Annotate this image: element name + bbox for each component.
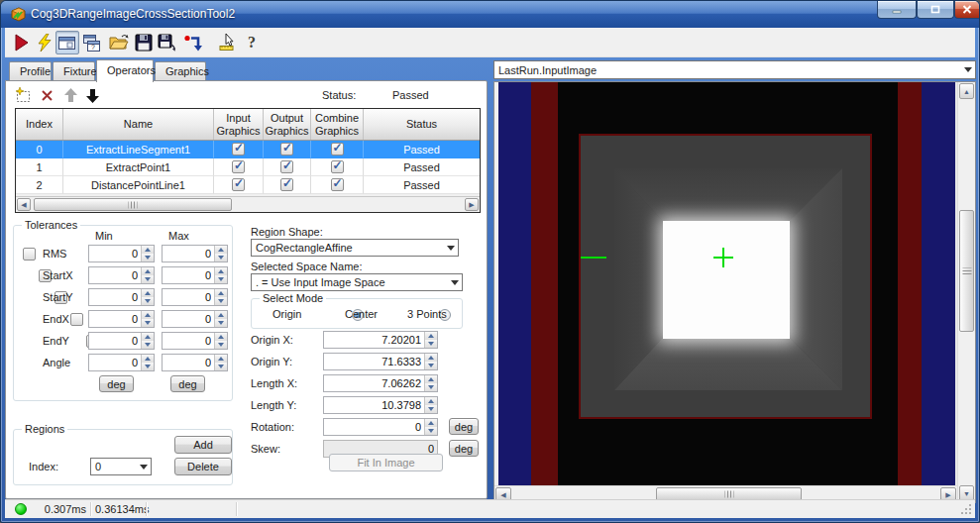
combine-graphics-checkbox[interactable]	[331, 160, 344, 173]
spin-up[interactable]	[142, 311, 154, 319]
add-operator-button[interactable]	[13, 86, 33, 104]
rotation-deg-button[interactable]: deg	[449, 418, 479, 435]
scroll-left-button[interactable]: ◀	[17, 198, 31, 211]
spin-down[interactable]	[425, 405, 437, 413]
spin-down[interactable]	[215, 254, 227, 262]
rotation-input[interactable]	[324, 419, 424, 435]
max-deg-button[interactable]: deg	[170, 375, 205, 392]
endx-checkbox[interactable]	[70, 313, 83, 326]
resize-grip[interactable]	[961, 503, 972, 516]
delete-operator-button[interactable]	[37, 86, 56, 104]
fit-in-image-button[interactable]: Fit In Image	[329, 454, 443, 471]
input-graphics-checkbox[interactable]	[232, 178, 245, 191]
minimize-button[interactable]	[877, 1, 917, 19]
float-result-display-button[interactable]: ?	[78, 31, 102, 54]
move-up-button[interactable]	[60, 86, 80, 104]
spin-down[interactable]	[215, 297, 227, 305]
table-row[interactable]: 2 DistancePointLine1 Passed	[16, 176, 480, 194]
title-bar[interactable]: Cog3DRangeImageCrossSectionTool2	[1, 1, 979, 28]
starty-min-input[interactable]	[89, 289, 141, 305]
maximize-button[interactable]	[917, 1, 954, 19]
col-status[interactable]: Status	[364, 109, 480, 140]
spin-down[interactable]	[215, 275, 227, 283]
tab-graphics[interactable]: Graphics	[155, 61, 206, 81]
length-y-input[interactable]	[324, 397, 424, 413]
tab-profile[interactable]: Profile	[9, 61, 52, 81]
startx-max-input[interactable]	[163, 267, 214, 283]
run-button[interactable]	[9, 31, 33, 54]
table-row[interactable]: 0 ExtractLineSegment1 Passed	[16, 141, 480, 158]
min-deg-button[interactable]: deg	[99, 375, 134, 392]
endy-max-input[interactable]	[163, 333, 214, 349]
run-lightning-button[interactable]	[33, 31, 56, 54]
rms-min-input[interactable]	[89, 246, 141, 262]
spin-up[interactable]	[425, 332, 437, 340]
display-selector-combo[interactable]: LastRun.InputImage	[493, 60, 976, 79]
output-graphics-checkbox[interactable]	[280, 143, 293, 156]
output-graphics-checkbox[interactable]	[280, 160, 293, 173]
region-outline-rect[interactable]	[579, 134, 872, 419]
delete-region-button[interactable]: Delete	[174, 458, 232, 475]
spin-up[interactable]	[425, 375, 437, 383]
origin-y-input[interactable]	[324, 354, 424, 369]
col-name[interactable]: Name	[63, 109, 214, 140]
col-combine-graphics[interactable]: CombineGraphics	[311, 109, 364, 140]
scroll-thumb[interactable]	[959, 210, 974, 332]
spin-down[interactable]	[142, 254, 154, 262]
save-file-as-button[interactable]	[156, 31, 179, 54]
scroll-up-button[interactable]: ▲	[959, 83, 974, 99]
spin-up[interactable]	[142, 267, 154, 275]
line-segment-marker[interactable]	[581, 257, 606, 259]
angle-min-input[interactable]	[89, 355, 141, 370]
move-down-button[interactable]	[82, 86, 102, 104]
table-row[interactable]: 1 ExtractPoint1 Passed	[16, 158, 480, 176]
combine-graphics-checkbox[interactable]	[331, 178, 344, 191]
spin-down[interactable]	[142, 363, 154, 370]
col-input-graphics[interactable]: InputGraphics	[214, 109, 264, 140]
spin-up[interactable]	[142, 246, 154, 254]
reset-button[interactable]	[180, 31, 204, 54]
save-file-button[interactable]	[132, 31, 156, 54]
spin-up[interactable]	[425, 419, 437, 427]
spin-up[interactable]	[215, 333, 227, 341]
endy-min-input[interactable]	[89, 333, 141, 349]
col-output-graphics[interactable]: OutputGraphics	[264, 109, 311, 140]
skew-deg-button[interactable]: deg	[449, 440, 479, 457]
spin-up[interactable]	[215, 246, 227, 254]
spin-up[interactable]	[142, 355, 154, 363]
input-graphics-checkbox[interactable]	[232, 143, 245, 156]
close-button[interactable]	[954, 1, 980, 19]
starty-max-input[interactable]	[163, 289, 214, 305]
length-x-input[interactable]	[324, 375, 424, 391]
spin-down[interactable]	[142, 341, 154, 349]
scroll-thumb[interactable]	[34, 198, 232, 211]
rms-checkbox[interactable]	[23, 248, 36, 261]
spin-down[interactable]	[425, 427, 437, 435]
range-image-display[interactable]	[494, 82, 957, 485]
spin-down[interactable]	[215, 341, 227, 349]
spin-up[interactable]	[215, 311, 227, 319]
spin-up[interactable]	[215, 355, 227, 363]
output-graphics-checkbox[interactable]	[280, 178, 293, 191]
spin-up[interactable]	[215, 267, 227, 275]
spin-down[interactable]	[142, 319, 154, 327]
origin-x-input[interactable]	[324, 332, 424, 348]
spin-up[interactable]	[142, 333, 154, 341]
spin-up[interactable]	[425, 397, 437, 405]
region-shape-combo[interactable]: CogRectangleAffine	[251, 239, 459, 257]
input-graphics-checkbox[interactable]	[232, 160, 245, 173]
spin-down[interactable]	[142, 297, 154, 305]
region-index-combo[interactable]: 0	[90, 458, 152, 475]
spin-up[interactable]	[215, 289, 227, 297]
cross-marker-v[interactable]	[722, 248, 724, 267]
spin-down[interactable]	[425, 383, 437, 391]
pointer-tool-button[interactable]	[215, 31, 239, 54]
col-index[interactable]: Index	[16, 109, 63, 140]
tab-operators[interactable]: Operators	[96, 59, 154, 82]
spin-down[interactable]	[425, 340, 437, 348]
spin-down[interactable]	[425, 362, 437, 369]
spin-up[interactable]	[142, 289, 154, 297]
scroll-right-button[interactable]: ▶	[465, 198, 479, 211]
selected-space-combo[interactable]: . = Use Input Image Space	[251, 273, 463, 291]
spin-up[interactable]	[425, 354, 437, 362]
